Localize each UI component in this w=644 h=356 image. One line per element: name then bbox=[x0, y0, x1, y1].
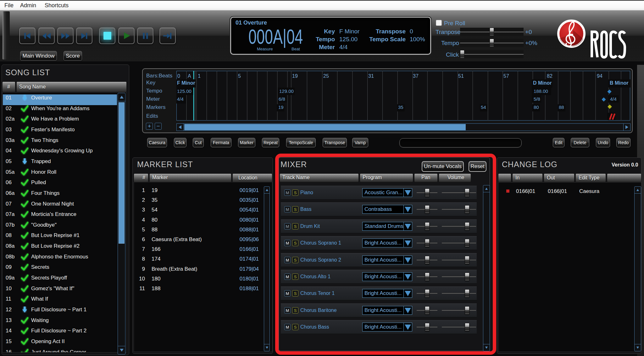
svg-text:5/8: 5/8 bbox=[534, 96, 540, 102]
svg-text:0: 0 bbox=[177, 73, 180, 79]
svg-text:54: 54 bbox=[481, 105, 486, 110]
svg-text:19: 19 bbox=[278, 105, 284, 110]
svg-text:125.00: 125.00 bbox=[177, 88, 192, 94]
svg-text:1: 1 bbox=[198, 73, 201, 79]
svg-text:6/8: 6/8 bbox=[279, 96, 285, 102]
svg-text:82: 82 bbox=[547, 73, 552, 79]
svg-text:188.00: 188.00 bbox=[534, 88, 548, 94]
svg-text:31: 31 bbox=[368, 73, 374, 79]
svg-text:80: 80 bbox=[534, 105, 539, 110]
svg-text:5: 5 bbox=[238, 73, 241, 79]
svg-text:25: 25 bbox=[323, 73, 329, 79]
svg-text:4/4: 4/4 bbox=[610, 96, 617, 102]
svg-text:4/4: 4/4 bbox=[177, 96, 184, 102]
svg-text:88: 88 bbox=[559, 105, 564, 110]
svg-text:51: 51 bbox=[458, 73, 464, 79]
svg-text:19: 19 bbox=[292, 73, 298, 79]
svg-text:129.00: 129.00 bbox=[279, 88, 294, 94]
svg-text:B Minor: B Minor bbox=[610, 80, 629, 86]
svg-text:D Minor: D Minor bbox=[533, 80, 552, 86]
svg-text:A: A bbox=[188, 73, 191, 79]
svg-text:35: 35 bbox=[398, 105, 403, 110]
svg-text:57: 57 bbox=[503, 73, 509, 79]
svg-text:37: 37 bbox=[413, 73, 419, 79]
svg-text:F Minor: F Minor bbox=[177, 80, 195, 86]
svg-text:94: 94 bbox=[597, 73, 602, 79]
